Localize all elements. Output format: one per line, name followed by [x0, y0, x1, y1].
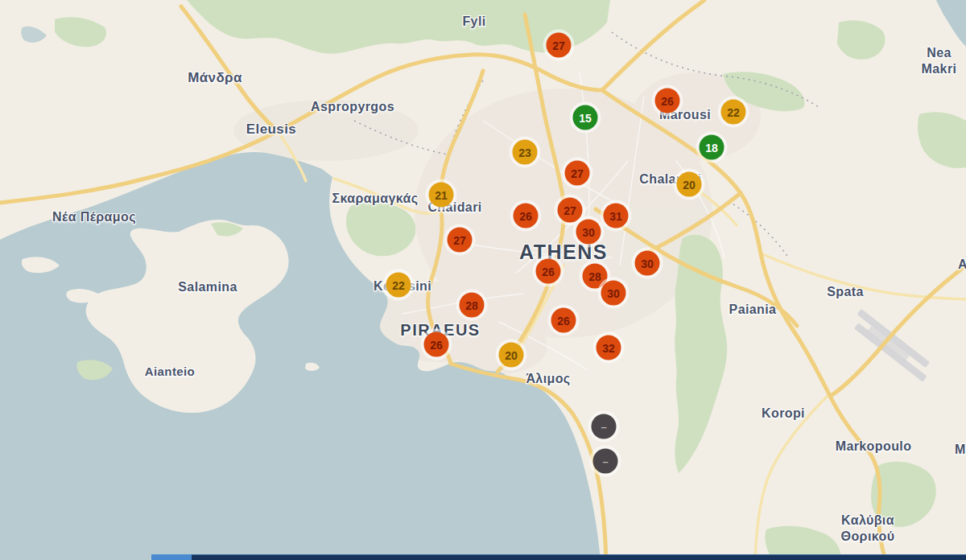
reading-marker[interactable]: 26	[655, 89, 680, 113]
bottom-bar	[151, 554, 966, 560]
bottom-bar-accent	[151, 554, 192, 560]
reading-marker[interactable]: 30	[635, 251, 660, 276]
reading-marker[interactable]: –	[593, 449, 618, 474]
reading-marker[interactable]: 27	[448, 228, 473, 253]
reading-marker[interactable]: 21	[429, 183, 454, 208]
reading-marker[interactable]: 15	[573, 105, 598, 130]
reading-marker[interactable]: 26	[536, 259, 561, 284]
reading-marker[interactable]: 23	[513, 140, 538, 165]
reading-marker[interactable]: 32	[597, 336, 621, 360]
reading-marker[interactable]: 20	[499, 343, 524, 368]
reading-marker[interactable]: 30	[601, 281, 626, 306]
reading-marker[interactable]: 30	[576, 220, 601, 245]
map-base-layer	[0, 0, 966, 560]
reading-marker[interactable]: 28	[460, 293, 485, 318]
reading-marker[interactable]: 22	[386, 273, 411, 298]
map-canvas[interactable]: FyliNea MakriΜάνδραAspropyrgosEleusisMar…	[0, 0, 966, 560]
reading-marker[interactable]: 27	[558, 198, 583, 223]
reading-marker[interactable]: 26	[424, 332, 449, 357]
reading-marker[interactable]: 26	[551, 308, 576, 333]
reading-marker[interactable]: 22	[721, 100, 746, 125]
reading-marker[interactable]: –	[592, 414, 617, 439]
reading-marker[interactable]: 20	[677, 172, 702, 197]
reading-marker[interactable]: 27	[547, 33, 572, 58]
reading-marker[interactable]: 26	[514, 204, 539, 229]
reading-marker[interactable]: 31	[604, 204, 629, 229]
reading-marker[interactable]: 27	[565, 161, 590, 186]
reading-marker[interactable]: 18	[700, 135, 724, 160]
